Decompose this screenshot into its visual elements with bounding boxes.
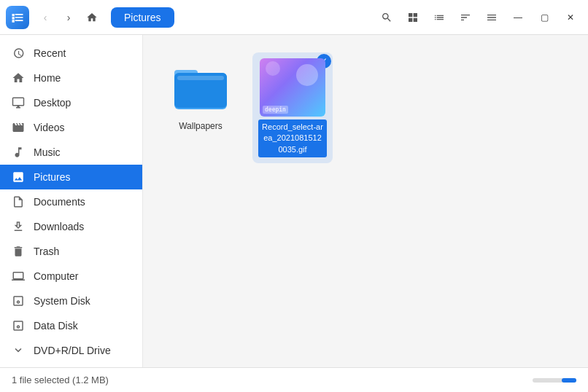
svg-rect-3 bbox=[177, 76, 224, 80]
gif-thumbnail: deepin bbox=[260, 58, 325, 117]
logo-icon bbox=[10, 10, 25, 25]
pictures-icon bbox=[12, 170, 25, 184]
sidebar-label-pictures: Pictures bbox=[34, 171, 71, 183]
sidebar-item-computer[interactable]: Computer bbox=[0, 264, 142, 289]
sidebar-label-trash: Trash bbox=[34, 246, 59, 257]
sidebar-item-documents[interactable]: Documents bbox=[0, 189, 142, 214]
dvd-drive-icon bbox=[12, 344, 25, 357]
gif-selected-label: Record_select-area_20210815120035.gif bbox=[258, 119, 327, 157]
minimize-button[interactable]: — bbox=[506, 6, 530, 29]
back-button[interactable]: ‹ bbox=[35, 7, 55, 28]
scroll-track bbox=[533, 378, 576, 383]
home-icon bbox=[86, 12, 98, 23]
home-nav-button[interactable] bbox=[82, 7, 102, 28]
status-text: 1 file selected (1.2 MB) bbox=[12, 375, 109, 385]
wallpapers-label: Wallpapers bbox=[179, 121, 223, 133]
menu-button[interactable] bbox=[480, 6, 503, 29]
system-disk-icon bbox=[12, 294, 25, 307]
sidebar-item-data-disk[interactable]: Data Disk bbox=[0, 313, 142, 338]
maximize-button[interactable]: ▢ bbox=[533, 6, 556, 29]
folder-icon-container bbox=[168, 58, 233, 117]
sidebar-item-recent[interactable]: Recent bbox=[0, 41, 142, 66]
sidebar-label-downloads: Downloads bbox=[34, 221, 84, 232]
main-layout: Recent Home Desktop Videos bbox=[0, 35, 588, 367]
sidebar-item-pictures[interactable]: Pictures bbox=[0, 165, 142, 189]
list-view-button[interactable] bbox=[428, 6, 451, 29]
sidebar-item-desktop[interactable]: Desktop bbox=[0, 90, 142, 115]
statusbar: 1 file selected (1.2 MB) bbox=[0, 367, 588, 392]
gif-decoration bbox=[296, 64, 318, 86]
folder-wallpapers[interactable]: Wallpapers bbox=[160, 52, 241, 163]
recent-icon bbox=[12, 47, 25, 60]
music-icon bbox=[12, 146, 25, 159]
grid-view-button[interactable] bbox=[401, 6, 425, 29]
downloads-icon bbox=[12, 220, 25, 233]
gif-watermark-label: deepin bbox=[263, 106, 288, 114]
folder-svg-icon bbox=[174, 66, 227, 109]
trash-icon bbox=[12, 245, 25, 258]
scroll-indicator bbox=[533, 378, 576, 383]
sidebar-label-desktop: Desktop bbox=[34, 97, 71, 109]
forward-button[interactable]: › bbox=[58, 7, 79, 28]
documents-icon bbox=[12, 195, 25, 208]
sidebar-item-videos[interactable]: Videos bbox=[0, 115, 142, 140]
sidebar-label-documents: Documents bbox=[34, 196, 85, 208]
sidebar: Recent Home Desktop Videos bbox=[0, 35, 143, 367]
sidebar-item-music[interactable]: Music bbox=[0, 140, 142, 165]
file-record-gif[interactable]: ✓ deepin Record_select-area_202108151200… bbox=[252, 52, 333, 163]
sidebar-label-home: Home bbox=[34, 72, 61, 84]
sidebar-item-downloads[interactable]: Downloads bbox=[0, 214, 142, 239]
data-disk-icon bbox=[12, 319, 25, 332]
sidebar-label-recent: Recent bbox=[34, 47, 66, 59]
close-button[interactable]: ✕ bbox=[559, 6, 582, 29]
sidebar-label-data-disk: Data Disk bbox=[34, 320, 78, 332]
sidebar-item-system-disk[interactable]: System Disk bbox=[0, 289, 142, 313]
sidebar-label-system-disk: System Disk bbox=[34, 295, 90, 307]
file-grid: Wallpapers ✓ deepin Record_select-area_2… bbox=[160, 52, 570, 163]
pictures-tab[interactable]: Pictures bbox=[111, 7, 174, 28]
home-sidebar-icon bbox=[12, 71, 25, 85]
sidebar-item-home[interactable]: Home bbox=[0, 66, 142, 90]
details-view-button[interactable] bbox=[454, 6, 477, 29]
sidebar-item-trash[interactable]: Trash bbox=[0, 239, 142, 264]
desktop-icon bbox=[12, 96, 25, 109]
content-area: Wallpapers ✓ deepin Record_select-area_2… bbox=[143, 35, 588, 367]
details-icon bbox=[460, 12, 471, 23]
sidebar-item-dvd-drive[interactable]: DVD+R/DL Drive bbox=[0, 338, 142, 363]
app-logo bbox=[6, 6, 29, 29]
gif-decoration2 bbox=[266, 61, 280, 76]
scroll-thumb bbox=[562, 378, 576, 383]
search-icon bbox=[381, 12, 392, 23]
sidebar-label-dvd-drive: DVD+R/DL Drive bbox=[34, 345, 111, 356]
grid-icon bbox=[407, 12, 419, 23]
computer-icon bbox=[12, 270, 25, 283]
videos-icon bbox=[12, 121, 25, 134]
hamburger-icon bbox=[486, 12, 498, 23]
list-icon bbox=[433, 12, 445, 23]
sidebar-label-music: Music bbox=[34, 146, 61, 158]
titlebar: ‹ › Pictures — ▢ ✕ bbox=[0, 0, 588, 35]
sidebar-label-videos: Videos bbox=[34, 122, 65, 133]
sidebar-label-computer: Computer bbox=[34, 270, 78, 282]
search-button[interactable] bbox=[375, 6, 398, 29]
